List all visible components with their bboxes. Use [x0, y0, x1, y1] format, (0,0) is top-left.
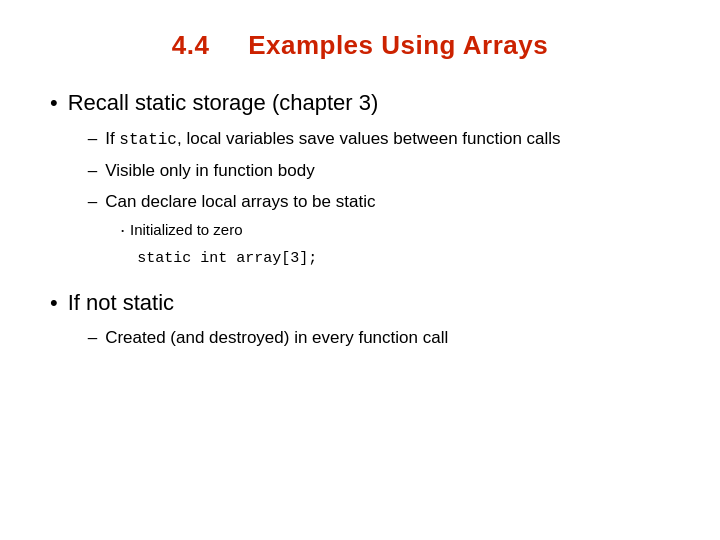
sub-bullet-can-declare-content: Can declare local arrays to be static • … [105, 189, 375, 271]
static-code-inline: static [119, 131, 177, 149]
slide-title: 4.4 Examples Using Arrays [50, 30, 670, 61]
sub-bullet-can-declare-text: Can declare local arrays to be static [105, 192, 375, 211]
sub-bullets-1: – If static, local variables save values… [88, 126, 561, 271]
sub-bullet-can-declare: – Can declare local arrays to be static … [88, 189, 561, 271]
section-title: Examples Using Arrays [248, 30, 548, 60]
bullet-if-not-static-content: If not static – Created (and destroyed) … [68, 289, 448, 351]
dash-4: – [88, 325, 97, 351]
bullet-recall-static: • Recall static storage (chapter 3) – If… [50, 89, 670, 271]
bullet-dot-2: • [50, 289, 58, 318]
sub-bullets-2: – Created (and destroyed) in every funct… [88, 325, 448, 351]
bullet-recall-static-content: Recall static storage (chapter 3) – If s… [68, 89, 561, 271]
dash-1: – [88, 126, 97, 152]
sub-bullet-visible: – Visible only in function body [88, 158, 561, 184]
dash-2: – [88, 158, 97, 184]
sub-bullet-visible-text: Visible only in function body [105, 158, 315, 184]
bullet-dot-1: • [50, 89, 58, 118]
bullet-if-not-static-text: If not static [68, 290, 174, 315]
slide: 4.4 Examples Using Arrays • Recall stati… [0, 0, 720, 540]
sub-bullet-if-static: – If static, local variables save values… [88, 126, 561, 152]
bullet-if-not-static: • If not static – Created (and destroyed… [50, 289, 670, 351]
initialized-zero-text: Initialized to zero [130, 219, 243, 240]
sub-bullet-created-text: Created (and destroyed) in every functio… [105, 325, 448, 351]
static-array-code: static int array[3]; [137, 250, 317, 267]
dash-3: – [88, 189, 97, 215]
sub-sub-dot: • [121, 225, 124, 237]
slide-content: • Recall static storage (chapter 3) – If… [50, 89, 670, 510]
sub-sub-bullet-initialized: • Initialized to zero [121, 219, 375, 240]
section-number: 4.4 [172, 30, 210, 60]
sub-bullet-if-static-text: If static, local variables save values b… [105, 126, 560, 152]
sub-bullet-created: – Created (and destroyed) in every funct… [88, 325, 448, 351]
sub-sub-bullets: • Initialized to zero static int array[3… [121, 219, 375, 271]
bullet-recall-static-text: Recall static storage (chapter 3) [68, 90, 379, 115]
code-block-container: static int array[3]; [121, 244, 375, 271]
